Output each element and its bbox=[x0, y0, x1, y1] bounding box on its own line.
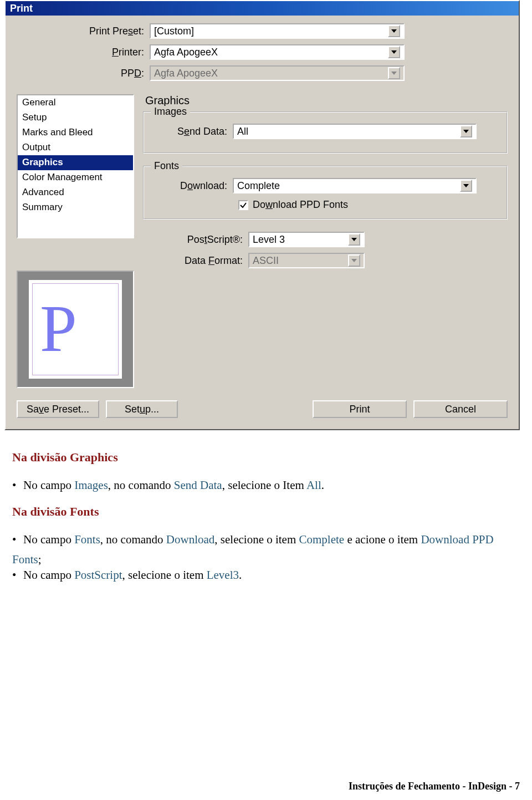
download-ppd-fonts-checkbox[interactable] bbox=[238, 200, 248, 210]
page-preview: P bbox=[17, 271, 134, 388]
bullet-2-cont: Fonts; bbox=[12, 553, 520, 567]
ppd-value: Agfa ApogeeX bbox=[154, 68, 218, 79]
send-data-dropdown[interactable]: All bbox=[233, 124, 477, 139]
svg-marker-4 bbox=[463, 184, 469, 187]
fonts-group: Fonts Download: Complete Download PPD Fo… bbox=[143, 166, 508, 220]
print-button[interactable]: Print bbox=[313, 400, 407, 418]
panel-output[interactable]: Output bbox=[18, 140, 133, 155]
svg-marker-3 bbox=[463, 130, 469, 133]
dropdown-arrow-icon[interactable] bbox=[388, 46, 400, 58]
panel-marks-and-bleed[interactable]: Marks and Bleed bbox=[18, 125, 133, 140]
panel-advanced[interactable]: Advanced bbox=[18, 185, 133, 200]
dropdown-arrow-icon[interactable] bbox=[460, 125, 472, 137]
print-dialog: Print Print Preset: [Custom] Printer: Ag… bbox=[4, 0, 520, 430]
printer-label: Printer: bbox=[17, 47, 150, 58]
images-legend: Images bbox=[151, 106, 190, 118]
page-footer: Instruções de Fechamento - InDesign - 7 bbox=[349, 781, 520, 792]
setup-button[interactable]: Setup... bbox=[106, 400, 178, 418]
panel-summary[interactable]: Summary bbox=[18, 200, 133, 215]
images-group: Images Send Data: All bbox=[143, 111, 508, 154]
print-preset-value: [Custom] bbox=[154, 26, 194, 37]
bullet-3: • No campo PostScript, selecione o item … bbox=[12, 567, 520, 584]
download-dropdown[interactable]: Complete bbox=[233, 178, 477, 193]
dropdown-arrow-icon[interactable] bbox=[388, 25, 400, 37]
panel-color-management[interactable]: Color Management bbox=[18, 170, 133, 185]
postscript-value: Level 3 bbox=[253, 234, 285, 246]
data-format-value: ASCII bbox=[253, 255, 279, 267]
ppd-label: PPD: bbox=[17, 68, 150, 79]
dialog-title: Print bbox=[6, 1, 519, 16]
svg-marker-0 bbox=[391, 29, 397, 33]
panel-listbox[interactable]: General Setup Marks and Bleed Output Gra… bbox=[17, 94, 134, 238]
panel-graphics[interactable]: Graphics bbox=[18, 155, 133, 170]
ppd-dropdown: Agfa ApogeeX bbox=[150, 65, 405, 81]
fonts-legend: Fonts bbox=[151, 160, 182, 172]
section-title: Graphics bbox=[145, 94, 508, 107]
download-value: Complete bbox=[237, 180, 280, 192]
dropdown-arrow-icon bbox=[348, 254, 360, 267]
data-format-label: Data Format: bbox=[143, 255, 248, 267]
svg-marker-6 bbox=[351, 259, 357, 262]
download-ppd-fonts-label: Download PPD Fonts bbox=[253, 199, 348, 211]
dropdown-arrow-icon[interactable] bbox=[348, 233, 360, 246]
postscript-label: PostScript®: bbox=[143, 234, 248, 246]
heading-graphics: Na divisão Graphics bbox=[12, 450, 520, 465]
svg-marker-2 bbox=[391, 72, 397, 75]
document-text: Na divisão Graphics • No campo Images, n… bbox=[0, 430, 532, 584]
bullet-2: • No campo Fonts, no comando Download, s… bbox=[12, 531, 520, 549]
top-fields: Print Preset: [Custom] Printer: Agfa Apo… bbox=[6, 16, 519, 91]
data-format-dropdown: ASCII bbox=[248, 253, 365, 268]
save-preset-button[interactable]: Save Preset... bbox=[17, 400, 99, 418]
print-preset-label: Print Preset: bbox=[17, 26, 150, 37]
send-data-value: All bbox=[237, 126, 248, 137]
download-label: Download: bbox=[150, 180, 233, 192]
heading-fonts: Na divisão Fonts bbox=[12, 505, 520, 519]
panel-general[interactable]: General bbox=[18, 95, 133, 110]
cancel-button[interactable]: Cancel bbox=[413, 400, 508, 418]
dropdown-arrow-icon[interactable] bbox=[460, 180, 472, 192]
dropdown-arrow-icon bbox=[388, 67, 400, 79]
send-data-label: Send Data: bbox=[150, 126, 233, 137]
printer-dropdown[interactable]: Agfa ApogeeX bbox=[150, 44, 405, 60]
print-preset-dropdown[interactable]: [Custom] bbox=[150, 23, 405, 39]
preview-letter: P bbox=[40, 295, 77, 362]
svg-marker-5 bbox=[351, 238, 357, 241]
printer-value: Agfa ApogeeX bbox=[154, 47, 218, 58]
bullet-1: • No campo Images, no comando Send Data,… bbox=[12, 477, 520, 495]
svg-marker-1 bbox=[391, 50, 397, 54]
panel-setup[interactable]: Setup bbox=[18, 110, 133, 125]
postscript-dropdown[interactable]: Level 3 bbox=[248, 232, 365, 247]
